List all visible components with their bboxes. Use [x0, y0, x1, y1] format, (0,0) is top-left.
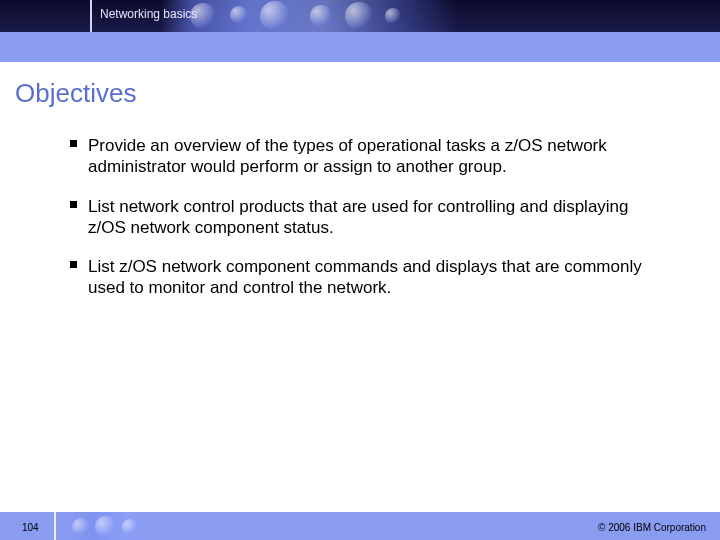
list-item: Provide an overview of the types of oper… — [70, 135, 660, 178]
list-item: List z/OS network component commands and… — [70, 256, 660, 299]
list-item: List network control products that are u… — [70, 196, 660, 239]
header-title: Networking basics — [100, 7, 197, 21]
slide: Networking basics Objectives Provide an … — [0, 0, 720, 540]
page-number: 104 — [22, 522, 39, 533]
header-graphic — [160, 0, 460, 32]
page-title: Objectives — [15, 78, 136, 109]
footer-vertical-rule — [54, 512, 56, 540]
bullet-list: Provide an overview of the types of oper… — [70, 135, 660, 299]
header-sub-band — [0, 32, 720, 62]
content-area: Provide an overview of the types of oper… — [70, 135, 660, 317]
footer-bubbles — [60, 512, 170, 540]
header-band: Networking basics — [0, 0, 720, 32]
copyright: © 2006 IBM Corporation — [598, 522, 706, 533]
